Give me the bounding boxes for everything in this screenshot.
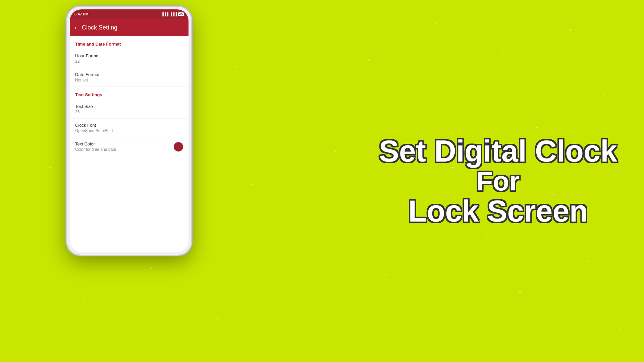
date-format-value: Not set [75, 78, 183, 82]
status-bar: 6:47 PM ▐▐▐ ▐▐▐ 4G [70, 9, 189, 19]
app-title: Clock Setting [82, 24, 117, 31]
text-color-value: Color for time and date [75, 147, 183, 152]
phone-frame: 6:47 PM ▐▐▐ ▐▐▐ 4G ‹ Clock Setting Time … [67, 7, 191, 255]
back-button[interactable]: ‹ [74, 24, 76, 31]
date-format-label: Date Format [75, 72, 183, 77]
section-header-text-settings: Text Settings [70, 87, 189, 100]
text-color-label: Text Color [75, 141, 183, 146]
section-header-time-date: Time and Date Format [70, 36, 189, 49]
hour-format-value: 12 [75, 59, 183, 64]
clock-font-value: OpenSans-SemiBold [75, 128, 183, 133]
status-icons: ▐▐▐ ▐▐▐ 4G [161, 12, 184, 16]
phone-wrapper: 6:47 PM ▐▐▐ ▐▐▐ 4G ‹ Clock Setting Time … [57, 7, 198, 292]
hour-format-label: Hour Format [75, 53, 183, 58]
setting-text-color[interactable]: Text Color Color for time and date [70, 137, 189, 156]
signal-icon: ▐▐▐ [161, 12, 168, 16]
settings-content: Time and Date Format Hour Format 12 Date… [70, 36, 189, 156]
setting-text-size[interactable]: Text Size 25 [70, 100, 189, 119]
setting-clock-font[interactable]: Clock Font OpenSans-SemiBold [70, 119, 189, 137]
battery-icon: 4G [178, 12, 184, 16]
status-time: 6:47 PM [74, 12, 89, 16]
promo-line-1: Set Digital Clock [379, 135, 617, 167]
setting-hour-format[interactable]: Hour Format 12 [70, 49, 189, 68]
setting-date-format[interactable]: Date Format Not set [70, 68, 189, 87]
phone-screen: 6:47 PM ▐▐▐ ▐▐▐ 4G ‹ Clock Setting Time … [70, 9, 189, 252]
promo-line-3: Lock Screen [379, 195, 617, 227]
color-dot[interactable] [174, 142, 183, 152]
text-size-label: Text Size [75, 104, 183, 109]
app-bar: ‹ Clock Setting [70, 19, 189, 36]
promo-text-container: Set Digital Clock For Lock Screen [379, 135, 617, 227]
text-size-value: 25 [75, 110, 183, 114]
promo-line-2: For [379, 167, 617, 195]
clock-font-label: Clock Font [75, 123, 183, 128]
signal-icon-2: ▐▐▐ [170, 12, 177, 16]
